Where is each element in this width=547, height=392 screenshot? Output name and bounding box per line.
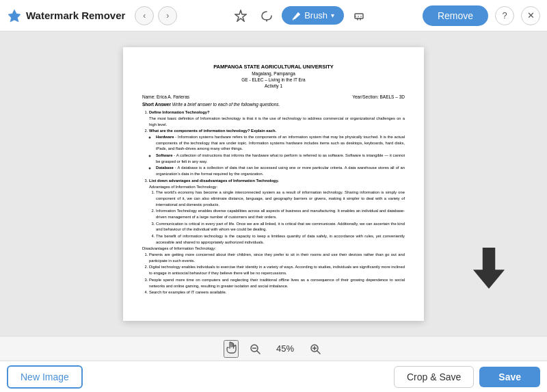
doc-name: Name: Erica A. Farieras — [142, 94, 189, 99]
hand-tool-button[interactable] — [224, 340, 239, 358]
actionbar: New Image Crop & Save Save — [0, 361, 547, 392]
arrow-indicator — [472, 248, 506, 295]
app-logo-icon — [7, 8, 22, 23]
save-button[interactable]: Save — [479, 367, 540, 387]
doc-short-answer-label: Short Answer Write a brief answer to eac… — [142, 102, 405, 107]
lasso-tool-button[interactable] — [256, 5, 278, 27]
statusbar: 45% — [0, 336, 547, 361]
eraser-tool-icon — [353, 10, 365, 22]
crop-save-button[interactable]: Crop & Save — [394, 366, 474, 388]
brush-icon — [291, 11, 301, 21]
doc-header: PAMPANGA STATE AGRICULTURAL UNIVERSITY M… — [142, 64, 405, 90]
doc-year-section: Year/Section: BAELS – 3D — [352, 94, 405, 99]
document-container: PAMPANGA STATE AGRICULTURAL UNIVERSITY M… — [123, 47, 424, 321]
doc-location: Magalang, Pampanga — [142, 70, 405, 77]
doc-course: GE - ELEC – Living in the IT Era — [142, 77, 405, 83]
doc-meta: Name: Erica A. Farieras Year/Section: BA… — [142, 94, 405, 99]
back-button[interactable]: ‹ — [135, 6, 154, 25]
zoom-in-icon — [310, 343, 321, 354]
help-button[interactable]: ? — [495, 6, 514, 25]
svg-line-6 — [257, 351, 260, 354]
zoom-level: 45% — [271, 343, 299, 354]
doc-q1: Define Information Technology? The most … — [142, 109, 405, 296]
topbar: Watermark Remover ‹ › Brush ▾ R — [0, 0, 547, 31]
brush-tool-button[interactable]: Brush ▾ — [282, 6, 344, 25]
new-image-button[interactable]: New Image — [7, 365, 83, 389]
zoom-out-button[interactable] — [247, 341, 263, 357]
brush-label: Brush — [304, 10, 328, 21]
short-answer-title: Short Answer — [142, 102, 171, 107]
app-title: Watermark Remover — [26, 10, 125, 21]
svg-marker-0 — [8, 10, 21, 22]
forward-button[interactable]: › — [158, 6, 177, 25]
close-button[interactable]: ✕ — [521, 6, 540, 25]
lasso-tool-icon — [261, 10, 273, 22]
zoom-out-icon — [250, 343, 261, 354]
hand-icon — [225, 341, 237, 354]
svg-marker-1 — [235, 10, 246, 21]
star-tool-icon — [235, 10, 247, 22]
short-answer-instruction: Write a brief answer to each of the foll… — [172, 102, 280, 107]
remove-button[interactable]: Remove — [423, 5, 488, 26]
doc-activity: Activity 1 — [142, 83, 405, 89]
doc-university: PAMPANGA STATE AGRICULTURAL UNIVERSITY — [142, 64, 405, 71]
app-logo: Watermark Remover — [7, 8, 131, 23]
star-tool-button[interactable] — [230, 5, 252, 27]
eraser-tool-button[interactable] — [348, 5, 370, 27]
svg-line-10 — [317, 351, 320, 354]
svg-marker-3 — [473, 248, 505, 289]
zoom-in-button[interactable] — [307, 341, 323, 357]
main-content: PAMPANGA STATE AGRICULTURAL UNIVERSITY M… — [0, 31, 547, 336]
brush-dropdown-arrow: ▾ — [331, 12, 334, 19]
